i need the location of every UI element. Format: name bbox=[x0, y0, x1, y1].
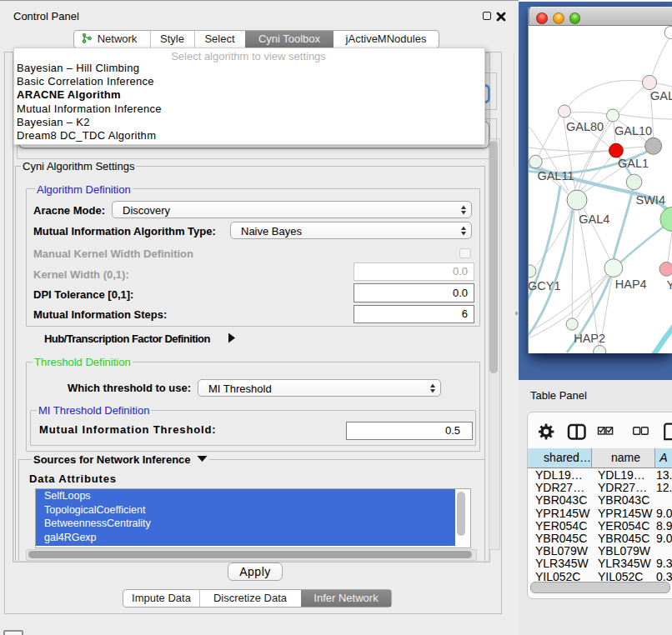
svg-text:GAL11: GAL11 bbox=[537, 169, 574, 182]
svg-text:GAL1: GAL1 bbox=[618, 157, 649, 170]
svg-text:GAL2: GAL2 bbox=[650, 89, 672, 102]
svg-text:HAP4: HAP4 bbox=[615, 278, 647, 291]
svg-text:GCY1: GCY1 bbox=[529, 279, 561, 292]
svg-text:HAP2: HAP2 bbox=[574, 332, 605, 345]
svg-text:GAL80: GAL80 bbox=[566, 120, 604, 133]
svg-text:YKL: YKL bbox=[666, 278, 672, 292]
svg-text:GAL10: GAL10 bbox=[614, 124, 652, 138]
svg-text:GAL4: GAL4 bbox=[579, 212, 609, 226]
svg-text:SWI4: SWI4 bbox=[636, 193, 665, 207]
